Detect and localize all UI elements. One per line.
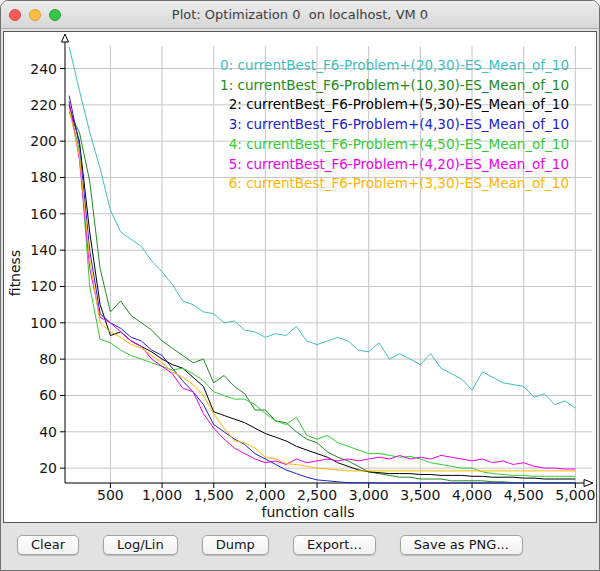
series-line-3: [69, 96, 575, 483]
y-tick-label: 120: [30, 278, 57, 294]
zoom-button[interactable]: [49, 9, 61, 21]
y-tick-label: 40: [39, 424, 57, 440]
x-axis-label: function calls: [262, 504, 355, 520]
y-tick-label: 140: [30, 242, 57, 258]
y-tick-label: 200: [30, 133, 57, 149]
x-tick-label: 5,000: [555, 487, 595, 503]
x-axis-arrow-icon: [584, 480, 593, 487]
plot-window: Plot: Optimization 0 on localhost, VM 0 …: [0, 0, 600, 571]
window-title: Plot: Optimization 0 on localhost, VM 0: [172, 7, 428, 22]
log-lin-button[interactable]: Log/Lin: [103, 535, 178, 555]
y-tick-label: 220: [30, 97, 57, 113]
y-axis-arrow-icon: [62, 34, 69, 42]
y-tick-label: 160: [30, 206, 57, 222]
minimize-button[interactable]: [29, 9, 41, 21]
export-button[interactable]: Export...: [293, 535, 376, 555]
traffic-lights: [9, 9, 61, 21]
series-line-2: [69, 105, 575, 479]
x-tick-label: 1,000: [142, 487, 182, 503]
y-tick-label: 60: [39, 387, 57, 403]
x-tick-label: 3,500: [400, 487, 440, 503]
plot-canvas[interactable]: 5001,0001,5002,0002,5003,0003,5004,0004,…: [3, 31, 597, 523]
y-tick-label: 80: [39, 351, 57, 367]
save-as-png-button[interactable]: Save as PNG...: [400, 535, 523, 555]
close-button[interactable]: [9, 9, 21, 21]
series-line-5: [69, 101, 575, 469]
y-tick-label: 180: [30, 169, 57, 185]
series-line-1: [69, 112, 575, 483]
x-tick-label: 4,000: [452, 487, 492, 503]
y-axis-label: fitness: [7, 250, 23, 296]
series-line-0: [69, 47, 575, 409]
clear-button[interactable]: Clear: [17, 535, 79, 555]
footer-toolbar: Clear Log/Lin Dump Export... Save as PNG…: [17, 535, 523, 555]
window-titlebar[interactable]: Plot: Optimization 0 on localhost, VM 0: [1, 1, 599, 29]
fitness-chart: 5001,0001,5002,0002,5003,0003,5004,0004,…: [4, 32, 596, 522]
x-tick-label: 500: [97, 487, 124, 503]
x-tick-label: 2,500: [297, 487, 337, 503]
x-tick-label: 1,500: [194, 487, 234, 503]
x-tick-label: 4,500: [504, 487, 544, 503]
x-tick-label: 2,000: [245, 487, 285, 503]
y-tick-label: 240: [30, 61, 57, 77]
dump-button[interactable]: Dump: [202, 535, 269, 555]
y-tick-label: 100: [30, 315, 57, 331]
series-line-4: [69, 109, 575, 477]
x-tick-label: 3,000: [349, 487, 389, 503]
series-line-6: [69, 109, 575, 471]
y-tick-label: 20: [39, 460, 57, 476]
